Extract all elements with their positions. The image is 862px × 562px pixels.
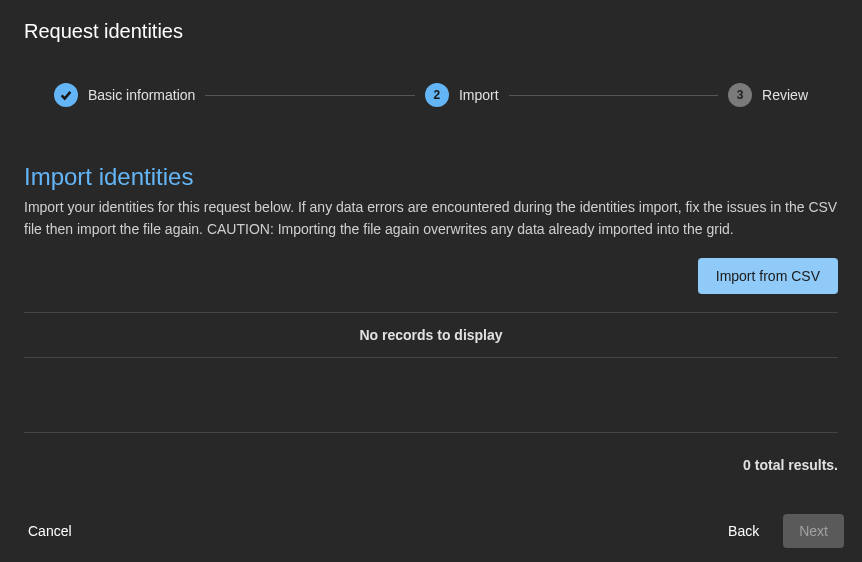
step-review[interactable]: 3 Review bbox=[728, 83, 808, 107]
step-connector bbox=[509, 95, 719, 96]
import-actions: Import from CSV bbox=[24, 258, 838, 294]
grid-empty-message: No records to display bbox=[24, 313, 838, 357]
back-button[interactable]: Back bbox=[718, 515, 769, 547]
step-number-icon: 3 bbox=[728, 83, 752, 107]
step-basic-information[interactable]: Basic information bbox=[54, 83, 195, 107]
step-number-icon: 2 bbox=[425, 83, 449, 107]
step-label: Import bbox=[459, 87, 499, 103]
step-label: Review bbox=[762, 87, 808, 103]
step-import[interactable]: 2 Import bbox=[425, 83, 499, 107]
import-from-csv-button[interactable]: Import from CSV bbox=[698, 258, 838, 294]
next-button: Next bbox=[783, 514, 844, 548]
step-connector bbox=[205, 95, 415, 96]
wizard-stepper: Basic information 2 Import 3 Review bbox=[24, 83, 838, 107]
section-title: Import identities bbox=[24, 163, 838, 191]
step-label: Basic information bbox=[88, 87, 195, 103]
cancel-button[interactable]: Cancel bbox=[18, 515, 82, 547]
dialog-footer: Cancel Back Next bbox=[0, 514, 862, 548]
check-icon bbox=[54, 83, 78, 107]
divider bbox=[24, 357, 838, 358]
dialog-title: Request identities bbox=[24, 0, 838, 43]
request-identities-dialog: Request identities Basic information 2 I… bbox=[0, 0, 862, 562]
total-results-text: 0 total results. bbox=[24, 457, 838, 473]
section-description: Import your identities for this request … bbox=[24, 197, 838, 240]
divider bbox=[24, 432, 838, 433]
